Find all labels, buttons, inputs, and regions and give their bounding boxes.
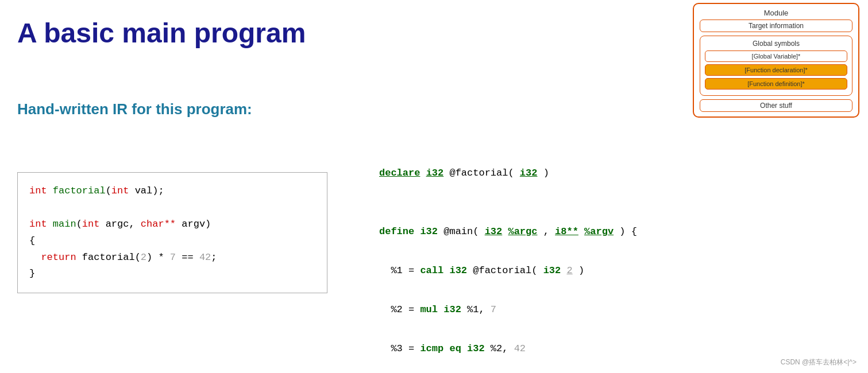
code-factorial-fn: factorial	[53, 185, 106, 196]
diagram-outer-box: Module Target information Global symbols…	[693, 3, 859, 118]
ir-define-line: define i32 @main( i32 %argc , i8** %argv…	[379, 222, 637, 242]
module-diagram: Module Target information Global symbols…	[693, 3, 859, 118]
ir-line-2: %2 = mul i32 %1, 7	[379, 300, 637, 320]
page-subtitle: Hand-written IR for this program:	[17, 100, 252, 118]
watermark: CSDN @搭车去柏林<|^>	[781, 358, 857, 367]
diagram-global-variable: [Global Variable]*	[705, 50, 847, 62]
diagram-function-declaration: [Function declaration]*	[705, 64, 847, 76]
diagram-function-definition: [Function definition]*	[705, 78, 847, 90]
code-int-kw: int	[29, 185, 47, 196]
diagram-other-stuff: Other stuff	[700, 99, 852, 112]
ir-line-3: %3 = icmp eq i32 %2, 42	[379, 339, 637, 359]
code-box: int factorial(int val); int main(int arg…	[17, 172, 327, 293]
diagram-global-symbols-label: Global symbols	[705, 40, 847, 48]
page-title: A basic main program	[17, 17, 306, 49]
ir-declare-line: declare i32 @factorial( i32 )	[379, 164, 637, 183]
ir-line-1: %1 = call i32 @factorial( i32 2 )	[379, 261, 637, 281]
diagram-module-label: Module	[700, 9, 852, 17]
diagram-target-label: Target information	[700, 20, 852, 32]
diagram-inner-box: Global symbols [Global Variable]* [Funct…	[700, 36, 852, 96]
ir-section: declare i32 @factorial( i32 ) define i32…	[379, 164, 637, 373]
